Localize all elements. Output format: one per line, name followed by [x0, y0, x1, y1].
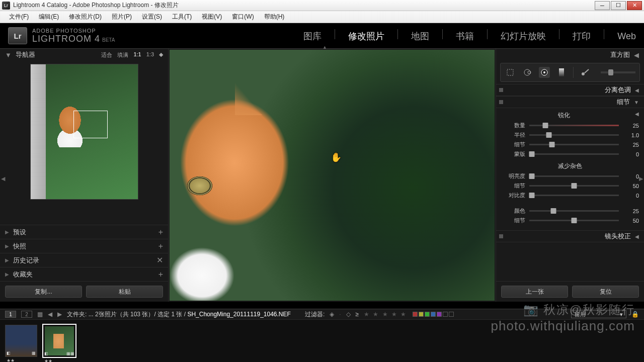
left-panel-toggle[interactable]: ◀	[1, 175, 5, 182]
noise-subtitle: 减少杂色	[496, 159, 644, 171]
module-Web[interactable]: Web	[617, 31, 636, 42]
minimize-button[interactable]: ─	[595, 1, 610, 10]
module-修改照片[interactable]: 修改照片	[348, 30, 384, 42]
reset-button[interactable]: 复位	[572, 286, 639, 298]
chevron-right-icon: ▶	[5, 243, 9, 249]
brand-beta: BETA	[102, 37, 115, 43]
menu-tools[interactable]: 工具(T)	[167, 13, 197, 21]
screen1-button[interactable]: 1	[5, 311, 16, 318]
menu-view[interactable]: 视图(V)	[197, 13, 227, 21]
histogram-header[interactable]: 直方图◀	[496, 49, 644, 61]
tool-size-slider[interactable]	[601, 71, 635, 73]
redeye-tool-icon[interactable]	[539, 67, 550, 78]
svg-line-7	[585, 69, 589, 73]
menu-help[interactable]: 帮助(H)	[259, 13, 290, 21]
chevron-right-icon: ▶	[5, 257, 9, 263]
chevron-down-icon: ▼	[5, 51, 12, 59]
menu-develop[interactable]: 修改照片(D)	[64, 13, 107, 21]
nav-zoom-fill[interactable]: 填满	[117, 51, 128, 59]
close-icon[interactable]: ✕	[156, 255, 163, 265]
navigator-thumbnail[interactable]	[30, 64, 138, 200]
module-书籍[interactable]: 书籍	[456, 30, 474, 42]
photo-canvas[interactable]	[170, 50, 495, 301]
maximize-button[interactable]: ☐	[611, 1, 626, 10]
slider-value: 25	[623, 208, 639, 214]
slider-value: 50	[623, 183, 639, 189]
chevron-left-icon[interactable]: ◀	[635, 111, 639, 117]
filmstrip-thumb-1[interactable]: ◧▦★★	[5, 325, 37, 357]
nav-zoom-1to1[interactable]: 1:1	[133, 51, 141, 59]
crop-tool-icon[interactable]	[505, 67, 516, 78]
filter-preset-dropdown[interactable]: 留用▾	[571, 310, 626, 318]
slider-蒙版[interactable]	[529, 153, 619, 155]
slider-颜色[interactable]	[529, 210, 619, 212]
current-filename: SH_ChongMing_20111119_1046.NEF	[187, 311, 290, 318]
grid-view-icon[interactable]: ▦	[37, 311, 43, 318]
plus-icon[interactable]: +	[158, 242, 163, 251]
spot-tool-icon[interactable]	[522, 67, 533, 78]
previous-button[interactable]: 上一张	[501, 286, 568, 298]
module-图库[interactable]: 图库	[303, 30, 321, 42]
menubar: 文件(F) 编辑(E) 修改照片(D) 照片(P) 设置(S) 工具(T) 视图…	[0, 11, 644, 23]
brush-tool-icon[interactable]	[580, 67, 591, 78]
svg-point-1	[524, 69, 530, 75]
next-photo-icon[interactable]: ▶	[57, 311, 62, 318]
menu-edit[interactable]: 编辑(E)	[34, 13, 64, 21]
module-地图[interactable]: 地图	[411, 30, 429, 42]
plus-icon[interactable]: +	[158, 270, 163, 279]
slider-value: 0	[623, 193, 639, 199]
slider-value: 25	[623, 142, 639, 148]
panel-收藏夹[interactable]: ▶收藏夹+	[0, 267, 168, 281]
flag-rejected-icon[interactable]: ◇	[346, 311, 351, 318]
slider-细节[interactable]	[529, 144, 619, 145]
slider-value: 50	[623, 218, 639, 224]
slider-细节[interactable]	[529, 185, 619, 187]
svg-rect-0	[507, 69, 513, 75]
navigator-title: 导航器	[16, 50, 35, 59]
window-title: Lightroom 4 Catalog - Adobe Photoshop Li…	[13, 1, 595, 10]
folder-path[interactable]: 文件夹: ...	[67, 311, 95, 318]
menu-photo[interactable]: 照片(P)	[107, 13, 137, 21]
slider-label: 蒙版	[501, 150, 525, 158]
color-filter[interactable]	[413, 312, 454, 317]
menu-file[interactable]: 文件(F)	[4, 13, 34, 21]
module-幻灯片放映[interactable]: 幻灯片放映	[501, 30, 546, 42]
slider-数量[interactable]	[529, 125, 619, 126]
panel-历史记录[interactable]: ▶历史记录✕	[0, 253, 168, 267]
lens-header[interactable]: 镜头校正◀	[496, 230, 644, 242]
slider-明亮度[interactable]	[529, 175, 619, 177]
right-panel-toggle[interactable]: ▶	[639, 175, 643, 182]
navigator-header[interactable]: ▼ 导航器 适合 填满 1:1 1:3 ◆	[0, 49, 168, 61]
main-preview[interactable]: ✋	[169, 49, 496, 302]
split-tone-header[interactable]: 分离色调◀	[496, 84, 644, 96]
menu-window[interactable]: 窗口(W)	[227, 13, 259, 21]
navigator-viewport-rect[interactable]	[73, 111, 108, 138]
paste-button[interactable]: 粘贴	[86, 286, 163, 298]
svg-point-6	[582, 72, 585, 75]
detail-header[interactable]: 细节▼	[496, 96, 644, 108]
nav-zoom-fit[interactable]: 适合	[101, 51, 112, 59]
slider-value: 0	[623, 151, 639, 157]
chevron-down-icon: ▼	[634, 100, 639, 105]
prev-photo-icon[interactable]: ◀	[48, 311, 52, 318]
nav-zoom-more-icon[interactable]: ◆	[159, 51, 163, 59]
filter-lock-icon[interactable]: 🔒	[631, 311, 639, 318]
rating-filter[interactable]: ★ ★ ★ ★ ★	[364, 311, 407, 318]
flag-picked-icon[interactable]: ◈	[330, 311, 334, 318]
filter-label: 过滤器:	[305, 310, 325, 319]
panel-快照[interactable]: ▶快照+	[0, 239, 168, 253]
slider-对比度[interactable]	[529, 195, 619, 196]
slider-半径[interactable]	[529, 134, 619, 136]
flag-unflagged-icon[interactable]: ·	[339, 311, 341, 318]
gradient-tool-icon[interactable]	[556, 67, 567, 78]
module-打印[interactable]: 打印	[573, 30, 591, 42]
nav-zoom-ratio[interactable]: 1:3	[146, 51, 154, 59]
screen2-button[interactable]: 2	[21, 311, 32, 318]
menu-settings[interactable]: 设置(S)	[137, 13, 167, 21]
filmstrip-thumb-2[interactable]: ◧▦▦★★	[42, 324, 76, 358]
copy-button[interactable]: 复制...	[5, 286, 82, 298]
plus-icon[interactable]: +	[158, 228, 163, 237]
close-button[interactable]: ✕	[627, 1, 642, 10]
slider-细节[interactable]	[529, 220, 619, 221]
panel-预设[interactable]: ▶预设+	[0, 225, 168, 239]
